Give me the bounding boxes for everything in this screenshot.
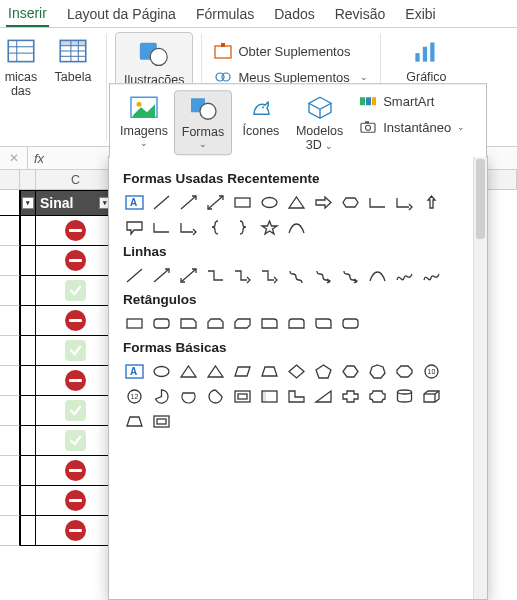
shape-pent[interactable] — [312, 361, 335, 382]
row-header[interactable] — [0, 396, 20, 426]
shape-lineAA[interactable] — [177, 265, 200, 286]
shape-elbow[interactable] — [366, 192, 389, 213]
tab-formulas[interactable]: Fórmulas — [194, 2, 256, 26]
row-header[interactable] — [0, 366, 20, 396]
cell-sinal[interactable] — [36, 456, 116, 486]
shape-connA[interactable] — [258, 265, 281, 286]
shape-snip2[interactable] — [204, 313, 227, 334]
cell[interactable] — [20, 516, 36, 546]
shape-rbrace[interactable] — [231, 217, 254, 238]
shape-textbox[interactable]: A — [123, 192, 146, 213]
shape-chord[interactable] — [177, 386, 200, 407]
shape-cube[interactable] — [420, 386, 443, 407]
cell[interactable] — [20, 366, 36, 396]
models3d-button[interactable]: Modelos3D ⌄ — [290, 90, 349, 155]
filter-cell-empty[interactable]: ▾ — [20, 190, 36, 216]
shape-callout[interactable] — [123, 217, 146, 238]
shape-plaque[interactable] — [366, 386, 389, 407]
tab-inserir[interactable]: Inserir — [6, 1, 49, 27]
shape-rarrow[interactable] — [312, 192, 335, 213]
shape-lineA[interactable] — [177, 192, 200, 213]
shape-tri[interactable] — [204, 361, 227, 382]
cell-sinal[interactable] — [36, 516, 116, 546]
shape-conn[interactable] — [204, 265, 227, 286]
select-all-corner[interactable] — [0, 170, 20, 189]
shape-line[interactable] — [150, 192, 173, 213]
shape-round2[interactable] — [285, 313, 308, 334]
cell[interactable] — [20, 246, 36, 276]
shape-half[interactable] — [258, 386, 281, 407]
row-header[interactable] — [0, 216, 20, 246]
cell-sinal[interactable] — [36, 396, 116, 426]
row-header[interactable] — [0, 456, 20, 486]
shape-para[interactable] — [231, 361, 254, 382]
row-header[interactable] — [0, 486, 20, 516]
row-header[interactable] — [0, 516, 20, 546]
shape-free[interactable] — [420, 265, 443, 286]
shape-line[interactable] — [123, 265, 146, 286]
tab-dados[interactable]: Dados — [272, 2, 316, 26]
row-header[interactable] — [0, 426, 20, 456]
shape-tri[interactable] — [285, 192, 308, 213]
table-button[interactable]: Tabela — [48, 32, 98, 86]
shape-lineAA[interactable] — [204, 192, 227, 213]
cell[interactable] — [20, 276, 36, 306]
shape-trap[interactable] — [123, 411, 146, 432]
icons-button[interactable]: Ícones — [232, 90, 290, 155]
shape-connA[interactable] — [231, 265, 254, 286]
shape-oval[interactable] — [258, 192, 281, 213]
cell-sinal[interactable] — [36, 246, 116, 276]
smartart-button[interactable]: SmartArt — [355, 90, 469, 112]
shape-curl[interactable] — [285, 265, 308, 286]
shape-star[interactable] — [258, 217, 281, 238]
scrollbar-thumb[interactable] — [476, 159, 485, 239]
shape-dec[interactable]: 10 — [420, 361, 443, 382]
shape-rect[interactable] — [231, 192, 254, 213]
filter-dropdown-icon[interactable]: ▾ — [22, 197, 34, 209]
shape-snipD[interactable] — [231, 313, 254, 334]
shape-frame[interactable] — [150, 411, 173, 432]
row-header[interactable] — [0, 276, 20, 306]
shape-elbow[interactable] — [150, 217, 173, 238]
shape-roundrect[interactable] — [339, 313, 362, 334]
col-header-c[interactable]: C — [36, 170, 116, 189]
cell-sinal[interactable] — [36, 216, 116, 246]
shape-cross[interactable] — [339, 386, 362, 407]
shape-hex2[interactable] — [339, 361, 362, 382]
tab-revisao[interactable]: Revisão — [333, 2, 388, 26]
shape-curve[interactable] — [366, 265, 389, 286]
shape-darrow[interactable] — [420, 192, 443, 213]
shape-elbowA[interactable] — [393, 192, 416, 213]
shape-free[interactable] — [393, 265, 416, 286]
shape-Lshape[interactable] — [285, 386, 308, 407]
shape-pie[interactable] — [150, 386, 173, 407]
shape-lineA[interactable] — [150, 265, 173, 286]
screenshot-button[interactable]: Instantâneo ⌄ — [355, 116, 469, 138]
col-header[interactable] — [20, 170, 36, 189]
shape-elbowA[interactable] — [177, 217, 200, 238]
scrollbar[interactable] — [473, 157, 487, 599]
cell[interactable] — [20, 396, 36, 426]
row-header[interactable] — [0, 246, 20, 276]
shape-tri[interactable] — [177, 361, 200, 382]
shape-textbox[interactable]: A — [123, 361, 146, 382]
cell[interactable] — [20, 456, 36, 486]
cell-sinal[interactable] — [36, 276, 116, 306]
shape-oval[interactable] — [150, 361, 173, 382]
shape-dodec[interactable]: 12 — [123, 386, 146, 407]
shape-can[interactable] — [393, 386, 416, 407]
shape-tear[interactable] — [204, 386, 227, 407]
shape-roundrect[interactable] — [150, 313, 173, 334]
cell[interactable] — [20, 216, 36, 246]
cell[interactable] — [20, 426, 36, 456]
row-header[interactable] — [0, 336, 20, 366]
images-button[interactable]: Imagens ⌄ — [114, 90, 174, 155]
shape-roundD[interactable] — [312, 313, 335, 334]
cell-sinal[interactable] — [36, 426, 116, 456]
row-header[interactable] — [0, 306, 20, 336]
shape-curve[interactable] — [285, 217, 308, 238]
shape-round1[interactable] — [258, 313, 281, 334]
filter-cell-sinal[interactable]: Sinal ▾ — [36, 190, 116, 216]
cell-sinal[interactable] — [36, 486, 116, 516]
shapes-button[interactable]: Formas ⌄ — [174, 90, 232, 155]
